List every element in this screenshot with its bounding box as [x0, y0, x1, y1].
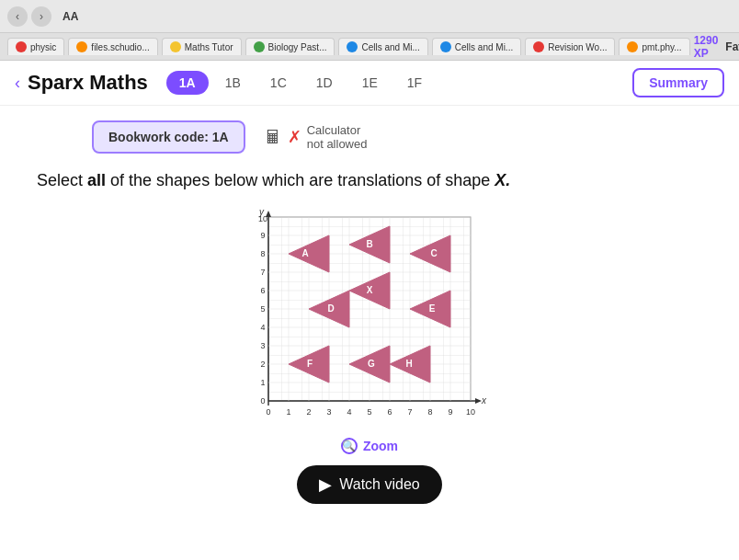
- svg-text:4: 4: [347, 407, 351, 417]
- svg-text:3: 3: [326, 407, 331, 417]
- svg-text:4: 4: [260, 323, 265, 332]
- tab-label-maths: Maths Tutor: [185, 42, 233, 52]
- tab-label-cells1: Cells and Mi...: [361, 42, 419, 52]
- svg-text:6: 6: [260, 286, 265, 295]
- question-bold: all: [87, 171, 106, 189]
- tab-dot-maths: [170, 41, 181, 52]
- page-title: Sparx Maths: [28, 71, 148, 95]
- question-part1: Select: [37, 171, 87, 189]
- label-e: E: [429, 303, 436, 314]
- bookwork-row: Bookwork code: 1A 🖩 ✗ Calculator not all…: [92, 120, 367, 154]
- svg-text:0: 0: [260, 396, 265, 406]
- label-d: D: [327, 303, 334, 314]
- svg-text:8: 8: [427, 407, 432, 417]
- svg-text:7: 7: [407, 407, 412, 417]
- tab-label-cells2: Cells and Mi...: [455, 42, 513, 52]
- question-part2: of the shapes below which are translatio…: [106, 171, 495, 189]
- calculator-icon: 🖩: [264, 127, 282, 148]
- tab-dot-physic: [16, 41, 27, 52]
- zoom-button[interactable]: 🔍 Zoom: [341, 438, 398, 454]
- question-text: Select all of the shapes below which are…: [37, 168, 510, 193]
- tab-1f[interactable]: 1F: [394, 71, 435, 95]
- svg-text:5: 5: [260, 304, 265, 314]
- svg-text:2: 2: [306, 407, 311, 417]
- tab-physic[interactable]: physic: [7, 38, 64, 55]
- svg-marker-4: [475, 398, 482, 404]
- tab-maths[interactable]: Maths Tutor: [162, 38, 242, 55]
- tab-files[interactable]: files.schudio...: [68, 38, 157, 55]
- calculator-info: 🖩 ✗ Calculator not allowed: [264, 123, 368, 151]
- aa-label: AA: [63, 10, 78, 23]
- tab-cells2[interactable]: Cells and Mi...: [432, 38, 521, 55]
- tab-pmt[interactable]: pmt.phy...: [619, 38, 689, 55]
- watch-video-button[interactable]: ▶ Watch video: [297, 465, 441, 504]
- tab-1b[interactable]: 1B: [212, 71, 254, 95]
- tab-label-physic: physic: [30, 42, 56, 52]
- tab-1d[interactable]: 1D: [303, 71, 346, 95]
- xp-label: 1290 XP Fatema: [694, 34, 739, 60]
- svg-text:7: 7: [260, 268, 265, 277]
- summary-button[interactable]: Summary: [632, 68, 724, 97]
- svg-text:10: 10: [466, 407, 475, 417]
- tab-cells1[interactable]: Cells and Mi...: [338, 38, 427, 55]
- tab-1c[interactable]: 1C: [257, 71, 300, 95]
- tab-dot-biology: [254, 41, 265, 52]
- label-f: F: [307, 359, 313, 369]
- svg-text:x: x: [481, 395, 487, 406]
- watch-video-label: Watch video: [339, 476, 419, 493]
- tab-label-biology: Biology Past...: [268, 42, 327, 52]
- label-b: B: [366, 239, 372, 249]
- svg-text:0: 0: [266, 407, 270, 417]
- svg-text:3: 3: [260, 341, 265, 350]
- svg-text:1: 1: [260, 378, 265, 387]
- label-a: A: [301, 248, 308, 258]
- tab-label-revision: Revision Wo...: [548, 42, 607, 52]
- video-play-icon: ▶: [319, 474, 332, 495]
- svg-text:5: 5: [367, 407, 371, 417]
- question-area: Bookwork code: 1A 🖩 ✗ Calculator not all…: [0, 106, 739, 560]
- forward-button[interactable]: ›: [31, 6, 51, 27]
- browser-bar: ‹ › AA: [0, 0, 739, 33]
- back-button[interactable]: ‹: [7, 6, 28, 27]
- user-name: Fatema: [725, 40, 739, 53]
- section-tabs: 1A 1B 1C 1D 1E 1F: [166, 71, 632, 95]
- xp-value: 1290 XP: [694, 34, 719, 60]
- bookwork-code: Bookwork code: 1A: [92, 120, 245, 154]
- tab-1a[interactable]: 1A: [166, 71, 209, 95]
- label-h: H: [405, 359, 412, 369]
- tab-label-pmt: pmt.phy...: [642, 42, 681, 52]
- label-x: X: [367, 285, 373, 295]
- tab-dot-files: [76, 41, 87, 52]
- tab-dot-cells1: [347, 41, 358, 52]
- graph-container: 0 1 2 3 4 5 6 7 8 9 10 x 0 1 2 3 4 5 6: [241, 208, 498, 429]
- tab-label-files: files.schudio...: [91, 42, 149, 52]
- tab-dot-pmt: [627, 41, 638, 52]
- svg-text:y: y: [258, 208, 265, 217]
- calculator-label: Calculator not allowed: [307, 123, 368, 151]
- tabs-bar: physic files.schudio... Maths Tutor Biol…: [0, 33, 739, 61]
- browser-controls: ‹ ›: [7, 6, 51, 27]
- no-calc-icon: ✗: [288, 127, 301, 147]
- graph-svg: 0 1 2 3 4 5 6 7 8 9 10 x 0 1 2 3 4 5 6: [241, 208, 498, 429]
- zoom-icon: 🔍: [341, 438, 358, 454]
- svg-text:9: 9: [260, 231, 265, 240]
- back-to-home[interactable]: ‹: [15, 74, 20, 93]
- top-nav: ‹ Sparx Maths 1A 1B 1C 1D 1E 1F Summary: [0, 61, 739, 106]
- svg-text:8: 8: [260, 249, 265, 258]
- tab-dot-revision: [533, 41, 544, 52]
- tab-biology[interactable]: Biology Past...: [245, 38, 335, 55]
- main-content: ‹ Sparx Maths 1A 1B 1C 1D 1E 1F Summary …: [0, 61, 739, 560]
- svg-text:9: 9: [448, 407, 452, 417]
- shape-x-label: X.: [495, 171, 510, 189]
- label-c: C: [430, 248, 437, 258]
- svg-text:1: 1: [286, 407, 290, 417]
- svg-text:6: 6: [387, 407, 392, 417]
- tab-1e[interactable]: 1E: [349, 71, 391, 95]
- tab-dot-cells2: [440, 41, 451, 52]
- label-g: G: [368, 359, 375, 369]
- svg-text:2: 2: [260, 360, 265, 369]
- tab-revision[interactable]: Revision Wo...: [525, 38, 615, 55]
- zoom-label: Zoom: [363, 439, 398, 453]
